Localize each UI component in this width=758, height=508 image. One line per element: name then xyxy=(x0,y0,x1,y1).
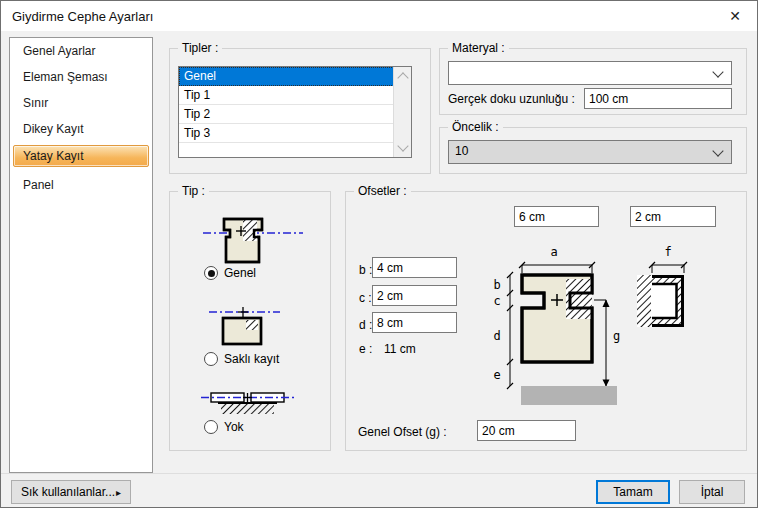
oncelik-group-title: Öncelik : xyxy=(448,119,503,135)
curtain-wall-settings-dialog: Giydirme Cephe Ayarları ✕ Genel Ayarlar … xyxy=(0,0,758,508)
ok-button[interactable]: Tamam xyxy=(596,480,670,504)
scroll-down-icon[interactable] xyxy=(397,140,408,151)
svg-text:a: a xyxy=(550,245,557,259)
svg-text:b: b xyxy=(493,278,500,292)
genel-ofset-input[interactable] xyxy=(477,420,576,441)
offset-e-value: 11 cm xyxy=(384,342,416,356)
offset-f-input[interactable] xyxy=(630,206,716,227)
cancel-button-label: İptal xyxy=(701,485,724,499)
footer-separator xyxy=(1,473,757,474)
offset-b-input[interactable] xyxy=(372,257,457,278)
tip-group-title: Tip : xyxy=(178,183,209,199)
svg-text:e: e xyxy=(493,368,500,382)
texture-length-input[interactable] xyxy=(584,88,732,109)
oncelik-combobox[interactable]: 10 xyxy=(448,140,732,164)
tipler-group: Tipler : Genel Tip 1 Tip 2 Tip 3 xyxy=(169,48,431,174)
close-icon[interactable]: ✕ xyxy=(721,6,749,27)
materyal-group: Materyal : Gerçek doku uzunluğu : xyxy=(439,48,747,115)
list-item-tip1[interactable]: Tip 1 xyxy=(179,86,394,105)
cancel-button[interactable]: İptal xyxy=(679,480,745,504)
radio-genel-label: Genel xyxy=(224,266,256,280)
chevron-down-icon xyxy=(712,145,723,156)
sidebar-item-sinir[interactable]: Sınır xyxy=(10,90,152,116)
radio-yok[interactable]: Yok xyxy=(204,420,244,434)
tipler-list: Genel Tip 1 Tip 2 Tip 3 xyxy=(179,67,394,157)
svg-text:g: g xyxy=(613,329,620,343)
offset-a-input[interactable] xyxy=(514,206,599,227)
list-item-tip3[interactable]: Tip 3 xyxy=(179,124,394,143)
sidebar-item-genel-ayarlar[interactable]: Genel Ayarlar xyxy=(10,38,152,64)
list-item-tip2[interactable]: Tip 2 xyxy=(179,105,394,124)
sidebar-item-eleman-semasi[interactable]: Eleman Şeması xyxy=(10,64,152,90)
offset-c-label: c : xyxy=(359,291,372,305)
favorites-button-label: Sık kullanılanlar... xyxy=(21,485,115,499)
titlebar: Giydirme Cephe Ayarları ✕ xyxy=(1,1,757,31)
texture-length-label: Gerçek doku uzunluğu : xyxy=(448,92,575,106)
ofset-main-diagram: a b c d e xyxy=(482,242,697,415)
oncelik-group: Öncelik : 10 xyxy=(439,127,747,174)
svg-text:f: f xyxy=(664,245,671,259)
offset-e-label: e : xyxy=(359,342,372,356)
list-scrollbar[interactable] xyxy=(393,67,411,157)
ok-button-label: Tamam xyxy=(613,485,652,499)
materyal-combobox[interactable] xyxy=(448,61,732,85)
oncelik-combo-value: 10 xyxy=(455,144,468,158)
tip-group: Tip : Genel xyxy=(169,191,331,451)
arrow-right-icon: ▸ xyxy=(116,487,121,498)
radio-genel-circle[interactable] xyxy=(204,266,218,280)
offset-c-input[interactable] xyxy=(372,285,457,306)
list-item-genel[interactable]: Genel xyxy=(179,67,394,86)
chevron-down-icon xyxy=(712,66,723,77)
tipler-listbox: Genel Tip 1 Tip 2 Tip 3 xyxy=(178,66,412,158)
radio-genel[interactable]: Genel xyxy=(204,266,256,280)
dialog-title: Giydirme Cephe Ayarları xyxy=(12,9,153,24)
radio-yok-label: Yok xyxy=(224,420,244,434)
tip-genel-diagram xyxy=(195,210,311,266)
tip-sakli-kayit-diagram xyxy=(206,302,306,348)
offset-d-label: d : xyxy=(359,318,372,332)
offset-b-label: b : xyxy=(359,263,372,277)
offset-d-input[interactable] xyxy=(372,312,457,333)
favorites-button[interactable]: Sık kullanılanlar... ▸ xyxy=(11,480,131,504)
sidebar-item-panel[interactable]: Panel xyxy=(10,172,152,198)
materyal-group-title: Materyal : xyxy=(448,40,509,56)
scroll-up-icon[interactable] xyxy=(397,72,408,83)
radio-sakli-kayit-circle[interactable] xyxy=(204,352,218,366)
radio-sakli-kayit[interactable]: Saklı kayıt xyxy=(204,352,279,366)
sidebar-item-dikey-kayit[interactable]: Dikey Kayıt xyxy=(10,116,152,142)
tipler-group-title: Tipler : xyxy=(178,40,222,56)
ofsetler-group-title: Ofsetler : xyxy=(354,183,411,199)
sidebar-item-yatay-kayit[interactable]: Yatay Kayıt xyxy=(13,145,149,167)
sidebar: Genel Ayarlar Eleman Şeması Sınır Dikey … xyxy=(9,37,153,473)
ofsetler-group: Ofsetler : b : c : d : e : 11 cm a xyxy=(345,191,747,451)
svg-text:d: d xyxy=(493,329,500,343)
tip-yok-diagram xyxy=(201,390,297,416)
genel-ofset-label: Genel Ofset (g) : xyxy=(358,425,447,439)
radio-yok-circle[interactable] xyxy=(204,420,218,434)
radio-sakli-kayit-label: Saklı kayıt xyxy=(224,352,279,366)
svg-text:c: c xyxy=(493,294,500,308)
